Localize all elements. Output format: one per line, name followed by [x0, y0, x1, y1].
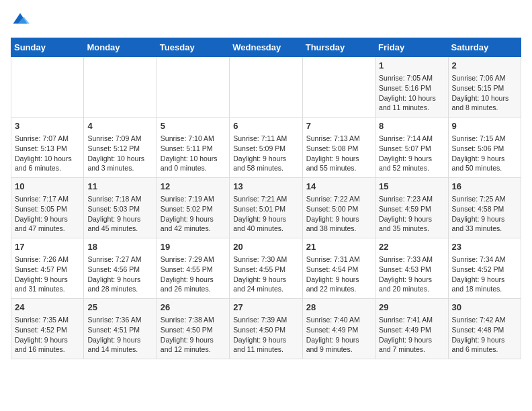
day-header-wednesday: Wednesday — [230, 38, 302, 57]
day-number: 4 — [87, 120, 152, 132]
day-number: 29 — [379, 302, 444, 314]
calendar-cell: 16Sunrise: 7:25 AMSunset: 4:58 PMDayligh… — [448, 178, 521, 238]
calendar-cell: 15Sunrise: 7:23 AMSunset: 4:59 PMDayligh… — [375, 178, 448, 238]
day-info-line: Daylight: 10 hours and 0 minutes. — [161, 154, 226, 173]
day-number: 11 — [87, 181, 152, 193]
calendar-cell: 3Sunrise: 7:07 AMSunset: 5:13 PMDaylight… — [11, 118, 84, 178]
calendar-week-row: 3Sunrise: 7:07 AMSunset: 5:13 PMDaylight… — [11, 118, 521, 178]
day-info-line: Sunset: 4:55 PM — [161, 265, 226, 275]
day-number: 19 — [161, 241, 226, 253]
day-info-line: Sunset: 5:13 PM — [15, 144, 80, 154]
calendar-cell: 2Sunrise: 7:06 AMSunset: 5:15 PMDaylight… — [448, 57, 521, 118]
calendar-cell: 20Sunrise: 7:30 AMSunset: 4:55 PMDayligh… — [230, 238, 302, 299]
calendar-cell: 5Sunrise: 7:10 AMSunset: 5:11 PMDaylight… — [157, 118, 229, 178]
day-number: 30 — [452, 302, 517, 314]
calendar-cell — [11, 57, 84, 118]
day-info-line: Sunrise: 7:38 AM — [161, 315, 226, 325]
day-info-line: Sunset: 5:16 PM — [379, 83, 444, 93]
calendar-cell: 28Sunrise: 7:40 AMSunset: 4:49 PMDayligh… — [302, 299, 375, 359]
day-info-line: Sunrise: 7:27 AM — [87, 255, 152, 265]
calendar-week-row: 24Sunrise: 7:35 AMSunset: 4:52 PMDayligh… — [11, 299, 521, 359]
day-info-line: Sunrise: 7:21 AM — [233, 194, 298, 204]
calendar-cell: 12Sunrise: 7:19 AMSunset: 5:02 PMDayligh… — [157, 178, 229, 238]
day-info-line: Daylight: 9 hours and 20 minutes. — [379, 275, 444, 294]
day-info-line: Sunset: 4:49 PM — [306, 325, 371, 335]
day-info-line: Sunset: 5:01 PM — [233, 204, 298, 214]
day-number: 8 — [379, 120, 444, 132]
calendar-cell: 26Sunrise: 7:38 AMSunset: 4:50 PMDayligh… — [157, 299, 229, 359]
day-info-line: Daylight: 9 hours and 31 minutes. — [15, 275, 80, 294]
day-info-line: Sunrise: 7:26 AM — [15, 255, 80, 265]
day-info-line: Sunset: 4:49 PM — [379, 325, 444, 335]
day-info-line: Sunset: 5:08 PM — [306, 144, 371, 154]
day-info-line: Sunrise: 7:31 AM — [306, 255, 371, 265]
day-info-line: Daylight: 9 hours and 12 minutes. — [161, 335, 226, 355]
day-info-line: Sunset: 5:09 PM — [233, 144, 298, 154]
day-header-thursday: Thursday — [302, 38, 375, 57]
day-number: 14 — [306, 181, 371, 193]
calendar-cell: 24Sunrise: 7:35 AMSunset: 4:52 PMDayligh… — [11, 299, 84, 359]
page-header — [11, 11, 521, 30]
day-number: 15 — [379, 181, 444, 193]
calendar-cell: 14Sunrise: 7:22 AMSunset: 5:00 PMDayligh… — [302, 178, 375, 238]
day-info-line: Daylight: 9 hours and 47 minutes. — [15, 214, 80, 234]
day-info-line: Sunrise: 7:13 AM — [306, 134, 371, 144]
day-info-line: Sunset: 4:48 PM — [452, 325, 517, 335]
day-info-line: Sunset: 5:05 PM — [15, 204, 80, 214]
day-info-line: Sunrise: 7:05 AM — [379, 73, 444, 83]
day-info-line: Sunset: 5:15 PM — [452, 83, 517, 93]
day-info-line: Sunset: 5:02 PM — [161, 204, 226, 214]
day-info-line: Sunrise: 7:17 AM — [15, 194, 80, 204]
day-number: 25 — [87, 302, 152, 314]
day-number: 13 — [233, 181, 298, 193]
day-info-line: Sunrise: 7:25 AM — [452, 194, 517, 204]
day-info-line: Sunset: 5:00 PM — [306, 204, 371, 214]
calendar-cell: 9Sunrise: 7:15 AMSunset: 5:06 PMDaylight… — [448, 118, 521, 178]
calendar-cell: 1Sunrise: 7:05 AMSunset: 5:16 PMDaylight… — [375, 57, 448, 118]
day-info-line: Sunset: 4:59 PM — [379, 204, 444, 214]
calendar-cell: 30Sunrise: 7:42 AMSunset: 4:48 PMDayligh… — [448, 299, 521, 359]
calendar-cell: 4Sunrise: 7:09 AMSunset: 5:12 PMDaylight… — [84, 118, 157, 178]
calendar-cell: 19Sunrise: 7:29 AMSunset: 4:55 PMDayligh… — [157, 238, 229, 299]
day-info-line: Sunset: 5:07 PM — [379, 144, 444, 154]
day-info-line: Daylight: 9 hours and 28 minutes. — [87, 275, 152, 294]
day-info-line: Sunrise: 7:42 AM — [452, 315, 517, 325]
day-number: 28 — [306, 302, 371, 314]
day-number: 18 — [87, 241, 152, 253]
day-info-line: Sunset: 4:52 PM — [15, 325, 80, 335]
day-info-line: Sunset: 4:53 PM — [379, 265, 444, 275]
calendar-cell: 13Sunrise: 7:21 AMSunset: 5:01 PMDayligh… — [230, 178, 302, 238]
day-info-line: Daylight: 9 hours and 38 minutes. — [306, 214, 371, 234]
calendar-week-row: 10Sunrise: 7:17 AMSunset: 5:05 PMDayligh… — [11, 178, 521, 238]
day-number: 21 — [306, 241, 371, 253]
calendar-cell — [230, 57, 302, 118]
day-number: 9 — [452, 120, 517, 132]
calendar-week-row: 1Sunrise: 7:05 AMSunset: 5:16 PMDaylight… — [11, 57, 521, 118]
calendar-cell: 10Sunrise: 7:17 AMSunset: 5:05 PMDayligh… — [11, 178, 84, 238]
day-info-line: Sunset: 4:58 PM — [452, 204, 517, 214]
day-info-line: Sunrise: 7:36 AM — [87, 315, 152, 325]
day-number: 22 — [379, 241, 444, 253]
day-info-line: Sunrise: 7:06 AM — [452, 73, 517, 83]
calendar-cell: 29Sunrise: 7:41 AMSunset: 4:49 PMDayligh… — [375, 299, 448, 359]
day-info-line: Daylight: 9 hours and 35 minutes. — [379, 214, 444, 234]
day-info-line: Daylight: 9 hours and 16 minutes. — [15, 335, 80, 355]
day-info-line: Sunrise: 7:22 AM — [306, 194, 371, 204]
calendar-cell: 7Sunrise: 7:13 AMSunset: 5:08 PMDaylight… — [302, 118, 375, 178]
day-info-line: Daylight: 9 hours and 42 minutes. — [161, 214, 226, 234]
day-info-line: Daylight: 9 hours and 6 minutes. — [452, 335, 517, 355]
day-number: 5 — [161, 120, 226, 132]
day-header-friday: Friday — [375, 38, 448, 57]
day-info-line: Sunrise: 7:07 AM — [15, 134, 80, 144]
day-info-line: Sunset: 4:51 PM — [87, 325, 152, 335]
calendar-cell: 25Sunrise: 7:36 AMSunset: 4:51 PMDayligh… — [84, 299, 157, 359]
calendar-table: SundayMondayTuesdayWednesdayThursdayFrid… — [11, 38, 521, 359]
calendar-cell: 8Sunrise: 7:14 AMSunset: 5:07 PMDaylight… — [375, 118, 448, 178]
day-info-line: Daylight: 10 hours and 11 minutes. — [379, 93, 444, 113]
day-header-saturday: Saturday — [448, 38, 521, 57]
day-info-line: Daylight: 9 hours and 26 minutes. — [161, 275, 226, 294]
day-number: 2 — [452, 60, 517, 72]
day-number: 16 — [452, 181, 517, 193]
day-info-line: Sunrise: 7:34 AM — [452, 255, 517, 265]
day-number: 3 — [15, 120, 80, 132]
